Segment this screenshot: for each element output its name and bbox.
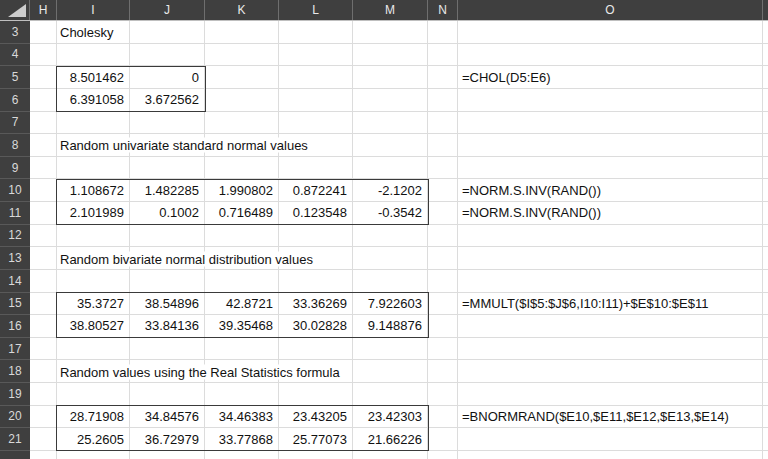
cell[interactable] [763, 21, 768, 44]
cell-I21[interactable]: 25.2605 [57, 428, 130, 451]
cell[interactable] [763, 247, 768, 270]
cell-L10[interactable]: 0.872241 [279, 179, 353, 202]
cell[interactable] [428, 315, 458, 338]
cell[interactable] [30, 383, 57, 406]
cell-M10[interactable]: -2.1202 [353, 179, 428, 202]
cell[interactable] [458, 134, 763, 157]
cell[interactable] [763, 315, 768, 338]
cell[interactable] [428, 406, 458, 429]
cell[interactable] [763, 383, 768, 406]
formula-cell-O10[interactable]: =NORM.S.INV(RAND()) [458, 179, 763, 202]
cell[interactable] [353, 21, 428, 44]
cell[interactable] [130, 21, 205, 44]
cell[interactable] [763, 293, 768, 316]
row-header-4[interactable]: 4 [0, 44, 30, 67]
cell[interactable] [428, 451, 458, 459]
cell-I20[interactable]: 28.71908 [57, 406, 130, 429]
cell[interactable] [130, 112, 205, 135]
cell-K16[interactable]: 39.35468 [205, 315, 279, 338]
cell[interactable] [205, 451, 279, 459]
cell[interactable] [428, 293, 458, 316]
cell[interactable] [30, 44, 57, 67]
cell-J10[interactable]: 1.482285 [130, 179, 205, 202]
cell[interactable] [279, 383, 353, 406]
cell[interactable] [763, 338, 768, 361]
cell[interactable] [30, 360, 57, 383]
cell[interactable] [205, 89, 279, 112]
cell[interactable] [763, 360, 768, 383]
cell-I10[interactable]: 1.108672 [57, 179, 130, 202]
cell-K10[interactable]: 1.990802 [205, 179, 279, 202]
cell[interactable] [130, 383, 205, 406]
cell[interactable] [458, 383, 763, 406]
row-header-8[interactable]: 8 [0, 134, 30, 157]
cell[interactable] [30, 21, 57, 44]
cell[interactable] [30, 66, 57, 89]
formula-cell-O11[interactable]: =NORM.S.INV(RAND()) [458, 202, 763, 225]
cell[interactable] [205, 338, 279, 361]
cell-L16[interactable]: 30.02828 [279, 315, 353, 338]
cell[interactable] [353, 383, 428, 406]
cell[interactable] [30, 202, 57, 225]
cell[interactable] [428, 134, 458, 157]
cell[interactable] [279, 225, 353, 248]
cell[interactable] [428, 383, 458, 406]
row-header-7[interactable]: 7 [0, 112, 30, 135]
cell[interactable] [428, 270, 458, 293]
cell[interactable] [428, 179, 458, 202]
cell[interactable] [30, 112, 57, 135]
cell-I15[interactable]: 35.3727 [57, 293, 130, 316]
cell-M11[interactable]: -0.3542 [353, 202, 428, 225]
cell[interactable] [458, 428, 763, 451]
cell[interactable] [353, 247, 428, 270]
cell[interactable] [353, 89, 428, 112]
cell[interactable] [205, 383, 279, 406]
cell[interactable] [353, 451, 428, 459]
cell[interactable] [130, 44, 205, 67]
cell-M21[interactable]: 21.66226 [353, 428, 428, 451]
cell-M16[interactable]: 9.148876 [353, 315, 428, 338]
cell[interactable] [763, 134, 768, 157]
cell[interactable] [130, 157, 205, 180]
cell-L15[interactable]: 33.36269 [279, 293, 353, 316]
cell[interactable] [428, 428, 458, 451]
cell-I6[interactable]: 6.391058 [57, 89, 130, 112]
cell-L11[interactable]: 0.123548 [279, 202, 353, 225]
cell[interactable] [57, 451, 130, 459]
row-header-17[interactable]: 17 [0, 338, 30, 361]
cell[interactable] [458, 360, 763, 383]
cell[interactable] [763, 451, 768, 459]
row-header-3[interactable]: 3 [0, 21, 30, 44]
col-header-J[interactable]: J [130, 0, 205, 20]
cell[interactable] [458, 44, 763, 67]
cell[interactable] [763, 112, 768, 135]
row-header-6[interactable]: 6 [0, 89, 30, 112]
cell[interactable] [30, 428, 57, 451]
row-header-18[interactable]: 18 [0, 360, 30, 383]
cell[interactable] [30, 225, 57, 248]
cell[interactable] [428, 89, 458, 112]
cell[interactable] [428, 225, 458, 248]
col-header-H[interactable]: H [30, 0, 57, 20]
row-header-11[interactable]: 11 [0, 202, 30, 225]
cell[interactable] [279, 44, 353, 67]
cell-M15[interactable]: 7.922603 [353, 293, 428, 316]
cell[interactable] [205, 112, 279, 135]
cell[interactable] [428, 247, 458, 270]
row-header-9[interactable]: 9 [0, 157, 30, 180]
cell[interactable] [458, 315, 763, 338]
cell-J20[interactable]: 34.84576 [130, 406, 205, 429]
row-header-5[interactable]: 5 [0, 66, 30, 89]
row-header-19[interactable]: 19 [0, 383, 30, 406]
cell[interactable] [458, 21, 763, 44]
row-header-13[interactable]: 13 [0, 247, 30, 270]
cell[interactable] [279, 66, 353, 89]
row-header-16[interactable]: 16 [0, 315, 30, 338]
cell[interactable] [57, 44, 130, 67]
cell[interactable] [279, 112, 353, 135]
cell-J15[interactable]: 38.54896 [130, 293, 205, 316]
cell[interactable] [30, 89, 57, 112]
cell[interactable] [279, 21, 353, 44]
cell[interactable] [458, 338, 763, 361]
cell[interactable] [205, 157, 279, 180]
